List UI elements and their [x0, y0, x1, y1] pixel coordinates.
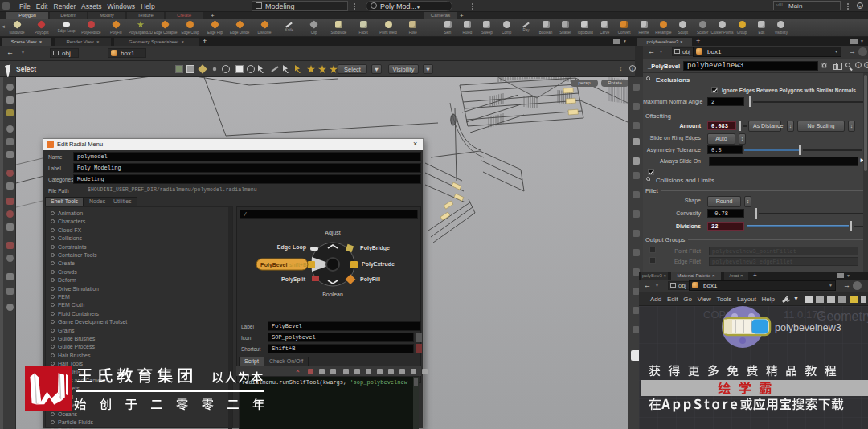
svg-text:polybevelnew3: polybevelnew3	[775, 322, 841, 333]
svg-text:PolyExtrude: PolyExtrude	[362, 261, 395, 268]
svg-text:PolySplit: PolySplit	[281, 276, 306, 283]
svg-text:Boolean: Boolean	[322, 292, 343, 297]
svg-text:Edge Loop: Edge Loop	[277, 244, 306, 251]
svg-text:Adjust: Adjust	[325, 230, 341, 236]
svg-text:PolyBridge: PolyBridge	[360, 245, 390, 251]
svg-text:PolyBevel: PolyBevel	[260, 262, 288, 268]
svg-text:Geometry: Geometry	[817, 309, 868, 323]
svg-text:shift+B: shift+B	[289, 262, 307, 268]
svg-text:PolyFill: PolyFill	[360, 276, 380, 283]
